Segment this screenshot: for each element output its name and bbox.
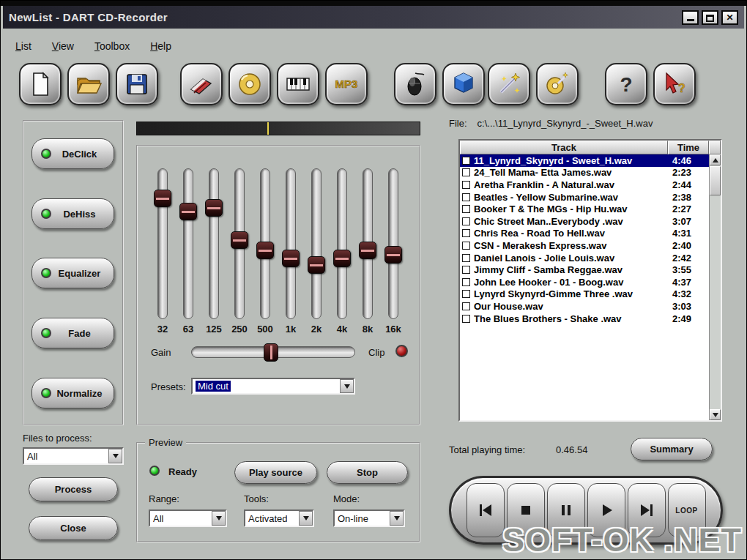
track-row[interactable]: Our House.wav3:03 [460,300,709,313]
scroll-up-button[interactable] [710,154,721,165]
gain-knob[interactable] [264,343,278,362]
track-checkbox[interactable] [462,242,470,250]
track-row[interactable]: Booker T & The MGs - Hip Hu.wav2:27 [460,203,709,215]
eq-slider-track[interactable] [388,168,398,319]
scrollbar-thumb[interactable] [710,166,721,195]
close-button[interactable]: ✕ [721,10,738,25]
eq-slider-knob[interactable] [384,246,402,264]
menu-view[interactable]: View [52,40,74,52]
eq-slider-knob[interactable] [333,250,351,267]
track-checkbox[interactable] [462,205,470,213]
eq-slider-knob[interactable] [205,199,223,217]
track-checkbox[interactable] [462,302,470,310]
track-list-scrollbar[interactable] [709,154,721,420]
close-list-button[interactable]: Close [29,516,118,540]
eq-slider-knob[interactable] [282,250,300,267]
track-row[interactable]: Aretha Franklin - A Natural.wav2:44 [460,179,709,191]
track-checkbox[interactable] [462,193,470,201]
menu-toolbox[interactable]: Toolbox [94,40,130,52]
track-row[interactable]: John Lee Hooker - 01 - Boog.wav4:37 [460,276,709,288]
eq-slider-knob[interactable] [256,242,274,259]
previous-track-button[interactable] [467,483,505,537]
dehiss-button[interactable]: DeHiss [31,198,114,229]
track-time: 4:31 [672,228,709,239]
process-button[interactable]: Process [29,477,118,501]
track-row[interactable]: Chic Street Man..Everybody .wav3:07 [460,215,709,228]
help-button[interactable]: ? [605,63,647,105]
track-row[interactable]: CSN - Merakesh Express.wav2:40 [460,239,709,252]
tools-arrow-button[interactable] [299,511,313,526]
track-checkbox[interactable] [462,181,470,189]
normalize-button[interactable]: Normalize [31,378,114,408]
maximize-button[interactable] [702,10,718,25]
declick-tool-button[interactable] [180,63,223,105]
wizard-tool-button[interactable] [488,63,530,105]
scroll-down-button[interactable] [710,409,721,420]
fade-button[interactable]: Fade [31,318,114,348]
summary-button[interactable]: Summary [631,438,713,460]
presets-dropdown[interactable]: Mid cut [191,378,355,395]
track-checkbox[interactable] [462,290,470,298]
track-checkbox[interactable] [462,315,470,323]
mode-dropdown[interactable]: On-line [333,509,405,527]
track-checkbox[interactable] [462,157,470,165]
mp3-tool-button[interactable]: MP3 [325,63,368,105]
track-row[interactable]: 11_Lynyrd_Skynyrd - Sweet_H.wav4:46 [460,154,709,167]
tools-dropdown[interactable]: Activated [244,509,314,527]
cd-wizard-tool-button[interactable] [536,63,579,105]
menu-list[interactable]: List [15,40,31,52]
eq-slider-track[interactable] [183,168,193,319]
minimize-button[interactable] [682,10,699,25]
eq-slider-track[interactable] [311,168,322,319]
track-checkbox[interactable] [462,229,470,237]
eq-slider-knob[interactable] [154,190,171,207]
eq-slider-track[interactable] [209,168,219,319]
equalizer-button[interactable]: Equalizer [31,258,114,288]
time-column-header[interactable]: Time [668,141,709,154]
title-bar[interactable]: NewList - DART CD-Recorder ✕ [3,6,744,29]
track-checkbox[interactable] [462,266,470,274]
track-row[interactable]: Chris Rea - Road To Hell.wav4:31 [460,228,709,240]
position-marker[interactable] [267,122,269,135]
declick-button[interactable]: DeClick [31,138,114,169]
save-button[interactable] [116,63,158,105]
open-file-button[interactable] [67,63,110,105]
files-filter-arrow-button[interactable] [108,449,122,463]
context-help-button[interactable]: ? [653,63,696,105]
eq-slider-knob[interactable] [231,231,248,249]
keyboard-tool-button[interactable] [277,63,319,105]
position-bar[interactable] [136,122,420,135]
track-checkbox[interactable] [462,217,470,225]
track-list[interactable]: Track Time 11_Lynyrd_Skynyrd - Sweet_H.w… [458,139,722,422]
menu-help[interactable]: Help [150,40,171,52]
range-dropdown[interactable]: All [149,509,227,527]
track-row[interactable]: Daniel Lanois - Jolie Louis.wav2:42 [460,252,709,264]
track-checkbox[interactable] [462,254,470,262]
files-filter-dropdown[interactable]: All [23,447,124,465]
fade-label: Fade [68,328,90,339]
track-row[interactable]: Lynyrd Skynyrd-Gimme Three .wav4:32 [460,288,709,301]
eq-slider-knob[interactable] [308,256,325,274]
range-arrow-button[interactable] [212,511,226,526]
track-column-header[interactable]: Track [460,141,668,154]
play-source-button[interactable]: Play source [234,461,317,484]
track-checkbox[interactable] [462,168,470,176]
track-row[interactable]: 24_Tell Mama- Etta James.wav2:23 [460,167,709,179]
track-row[interactable]: Jimmy Cliff - Samba Reggae.wav3:55 [460,264,709,276]
new-document-button[interactable] [19,63,62,105]
eq-slider-knob[interactable] [359,242,376,259]
gain-slider-track[interactable] [191,346,355,358]
eq-slider-knob[interactable] [179,203,197,220]
eq-slider-track[interactable] [337,168,347,319]
watermark: SOFT-OK .NET [502,521,742,559]
track-checkbox[interactable] [462,278,470,286]
track-row[interactable]: Beatles - Yellow Submarine.wav2:38 [460,191,709,204]
presets-arrow-button[interactable] [340,379,354,393]
mode-arrow-button[interactable] [390,511,404,526]
cd-tool-button[interactable] [228,63,271,105]
eq-slider-track[interactable] [286,168,296,319]
track-row[interactable]: The Blues Brothers - Shake .wav2:49 [460,313,709,325]
cube-tool-button[interactable] [442,63,485,105]
mouse-tool-button[interactable] [394,63,436,105]
stop-button[interactable]: Stop [327,461,408,484]
